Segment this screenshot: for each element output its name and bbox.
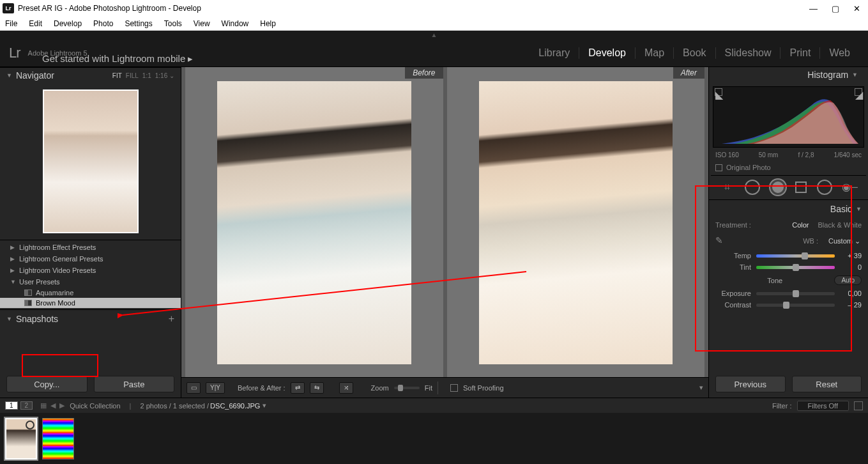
window-maximize-button[interactable]: ▢ (832, 4, 839, 13)
module-develop[interactable]: Develop (579, 47, 636, 59)
preset-folder[interactable]: ▶Lightroom General Presets (0, 253, 181, 265)
original-checkbox[interactable] (715, 164, 722, 171)
previous-button[interactable]: Previous (715, 376, 786, 392)
clip-shadows-icon[interactable]: ◣ (715, 88, 722, 96)
navigator-title: Navigator (16, 70, 54, 81)
module-library[interactable]: Library (529, 47, 579, 59)
module-map[interactable]: Map (636, 47, 674, 59)
preset-aquamarine[interactable]: Aquamarine (0, 288, 181, 298)
module-book[interactable]: Book (674, 47, 715, 59)
contrast-slider[interactable] (756, 304, 835, 307)
copy-settings-button[interactable]: ⤨ (339, 382, 353, 394)
collection-name[interactable]: Quick Collection (70, 402, 120, 410)
filter-dropdown[interactable]: Filters Off (797, 401, 849, 411)
original-photo-row[interactable]: Original Photo (709, 161, 868, 174)
snapshots-header[interactable]: ▼ Snapshots + (0, 309, 181, 328)
toolbar-collapse-icon[interactable]: ▾ (699, 383, 703, 392)
histogram-chart[interactable]: ◣ ◢ (713, 86, 864, 148)
grid-icon[interactable]: ▦ (40, 401, 47, 410)
preset-folder[interactable]: ▶Lightroom Video Presets (0, 265, 181, 276)
exposure-slider-row: Exposure 0,00 (709, 288, 868, 299)
window-title: Preset AR IG - Adobe Photoshop Lightroom… (18, 4, 809, 13)
module-slideshow[interactable]: Slideshow (716, 47, 781, 59)
soft-proofing-checkbox[interactable] (450, 384, 458, 392)
filter-lock-icon[interactable] (854, 401, 863, 410)
window-minimize-button[interactable]: — (809, 4, 818, 13)
page-2[interactable]: 2 (20, 401, 33, 410)
window-titlebar: Lr Preset AR IG - Adobe Photoshop Lightr… (0, 0, 868, 17)
temp-label: Temp (715, 252, 751, 259)
contrast-value[interactable]: – 29 (840, 301, 862, 309)
before-pane[interactable]: Before (185, 67, 443, 377)
module-web[interactable]: Web (820, 47, 859, 59)
module-print[interactable]: Print (780, 47, 820, 59)
menu-tools[interactable]: Tools (164, 19, 182, 28)
preset-folder[interactable]: ▶Lightroom Effect Presets (0, 242, 181, 253)
window-close-button[interactable]: ✕ (853, 4, 860, 13)
wb-dropper-icon[interactable]: ✎ (715, 235, 727, 247)
nav-1-16[interactable]: 1:16 ⌄ (155, 72, 174, 79)
menu-photo[interactable]: Photo (93, 19, 113, 28)
top-panel-toggle[interactable]: ▲ (0, 31, 868, 39)
compare-view-button[interactable]: Y|Y (206, 382, 225, 394)
tone-header: Tone Auto (709, 273, 868, 288)
expand-icon: ▼ (6, 72, 12, 79)
swap-button[interactable]: ⇄ (291, 382, 305, 394)
after-pane[interactable]: After (447, 67, 705, 377)
spot-tool-icon[interactable] (745, 180, 760, 195)
treatment-label: Treatment : (715, 221, 751, 229)
menu-file[interactable]: File (5, 19, 17, 28)
menubar: File Edit Develop Photo Settings Tools V… (0, 17, 868, 31)
radial-tool-icon[interactable] (817, 180, 832, 195)
zoom-slider[interactable] (394, 387, 420, 389)
tint-slider[interactable] (756, 266, 835, 269)
tint-value[interactable]: 0 (840, 263, 862, 271)
filmstrip-thumb-2[interactable] (42, 418, 74, 460)
add-snapshot-button[interactable]: + (169, 313, 174, 325)
crop-tool-icon[interactable]: ⌗ (720, 180, 735, 195)
secondary-toolbar: ▭ Y|Y Before & After : ⇄ ⇆ ⤨ Zoom Fit So… (181, 377, 708, 398)
reset-button[interactable]: Reset (792, 376, 862, 392)
menu-develop[interactable]: Develop (54, 19, 82, 28)
wb-dropdown[interactable]: Custom ⌄ (827, 237, 862, 245)
histogram-header[interactable]: Histogram ▼ (709, 67, 868, 82)
exposure-value[interactable]: 0,00 (840, 290, 862, 297)
filmstrip-thumb-1[interactable] (5, 418, 37, 460)
preset-folder-user[interactable]: ▼User Presets (0, 276, 181, 288)
nav-fit[interactable]: FIT (112, 72, 122, 79)
redeye-tool-icon[interactable] (770, 180, 786, 195)
menu-view[interactable]: View (194, 19, 210, 28)
exposure-slider[interactable] (756, 292, 835, 295)
temp-slider[interactable] (756, 254, 835, 258)
copy-button[interactable]: Copy... (6, 376, 88, 392)
left-panel: ▼ Navigator FIT FILL 1:1 1:16 ⌄ ▶Lightro… (0, 67, 181, 398)
brush-tool-icon[interactable]: ◉─ (842, 180, 857, 195)
page-1[interactable]: 1 (5, 401, 18, 410)
treatment-row: Treatment : Color Black & White (709, 218, 868, 232)
menu-help[interactable]: Help (260, 19, 276, 28)
snapshots-title: Snapshots (16, 314, 58, 324)
nav-fill[interactable]: FILL (126, 72, 139, 79)
copy-before-button[interactable]: ⇆ (310, 382, 324, 394)
loupe-view-button[interactable]: ▭ (187, 382, 201, 394)
get-started-link[interactable]: Get started with Lightroom mobile ▸ (42, 53, 193, 65)
menu-edit[interactable]: Edit (29, 19, 42, 28)
preset-brown-mood[interactable]: Brown Mood (0, 298, 181, 308)
clip-highlights-icon[interactable]: ◢ (855, 88, 862, 96)
paste-button[interactable]: Paste (94, 376, 175, 392)
navigator-preview[interactable] (0, 83, 181, 240)
graduated-tool-icon[interactable] (795, 182, 807, 193)
treatment-color[interactable]: Color (792, 221, 809, 229)
next-photo-icon[interactable]: ▶ (59, 401, 65, 410)
filmstrip[interactable] (0, 413, 868, 464)
prev-photo-icon[interactable]: ◀ (50, 401, 56, 410)
menu-window[interactable]: Window (222, 19, 249, 28)
navigator-header[interactable]: ▼ Navigator FIT FILL 1:1 1:16 ⌄ (0, 68, 181, 83)
auto-tone-button[interactable]: Auto (834, 275, 862, 285)
menu-settings[interactable]: Settings (125, 19, 152, 28)
temp-value[interactable]: + 39 (840, 252, 862, 259)
treatment-bw[interactable]: Black & White (818, 221, 862, 229)
filename-dropdown-icon[interactable]: ▾ (263, 401, 266, 410)
basic-header[interactable]: Basic ▼ (709, 199, 868, 218)
nav-1-1[interactable]: 1:1 (142, 72, 151, 79)
